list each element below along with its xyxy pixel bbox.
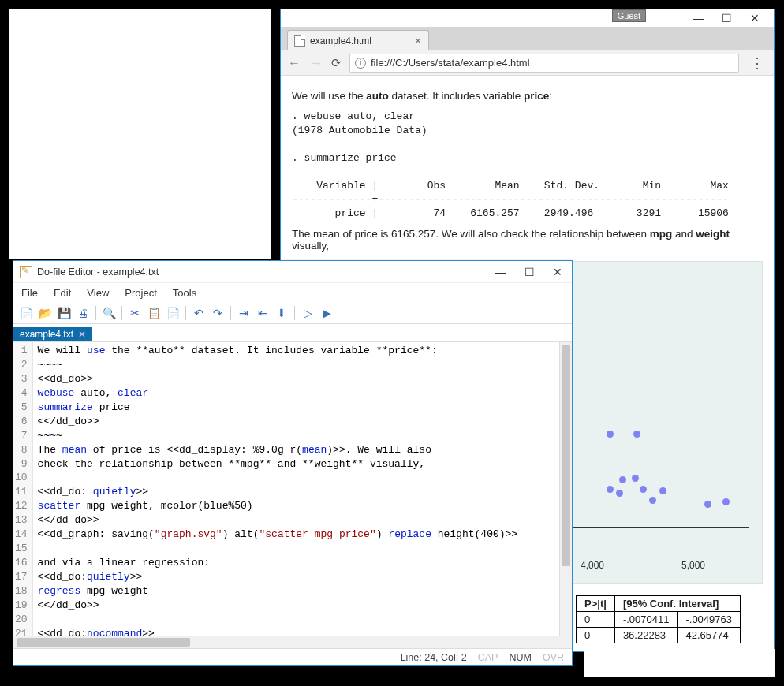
dofile-editor-window: Do-file Editor - example4.txt — ☐ ✕ File… [13, 260, 573, 666]
info-icon[interactable]: i [355, 58, 366, 69]
mean-paragraph: The mean of price is 6165.257. We will a… [292, 228, 763, 252]
status-linecol: Line: 24, Col: 2 [401, 652, 467, 663]
menu-project[interactable]: Project [125, 287, 156, 299]
blank-panel [9, 9, 271, 259]
url-text: file:///C:/Users/stata/example4.html [371, 57, 530, 69]
copy-icon[interactable]: 📋 [146, 305, 162, 321]
status-cap: CAP [478, 652, 498, 663]
find-icon[interactable]: 🔍 [101, 305, 117, 321]
dofile-close-button[interactable]: ✕ [550, 264, 566, 280]
intro-paragraph: We will use the auto dataset. It include… [292, 90, 763, 102]
minimize-button[interactable]: — [690, 10, 706, 26]
browser-titlebar: — ☐ ✕ [281, 9, 774, 27]
stata-output: . webuse auto, clear (1978 Automobile Da… [292, 110, 763, 220]
undo-icon[interactable]: ↶ [191, 305, 207, 321]
chart-point [704, 501, 711, 508]
dofile-tab-label: example4.txt [20, 329, 73, 340]
col-pt: P>|t| [577, 596, 615, 612]
chart-point [616, 490, 623, 497]
dofile-maximize-button[interactable]: ☐ [521, 264, 537, 280]
chart-point [607, 431, 614, 438]
status-num: NUM [509, 652, 531, 663]
status-ovr: OVR [543, 652, 564, 663]
browser-menu-button[interactable]: ⋮ [747, 54, 767, 72]
cut-icon[interactable]: ✂ [127, 305, 143, 321]
dofile-titlebar: Do-file Editor - example4.txt — ☐ ✕ [13, 261, 572, 283]
dofile-app-icon [20, 266, 32, 278]
menu-tools[interactable]: Tools [173, 287, 196, 299]
chart-point [722, 498, 730, 505]
chart-point [619, 476, 626, 483]
dofile-tab[interactable]: example4.txt ✕ [13, 327, 92, 341]
dofile-menubar: File Edit View Project Tools [13, 283, 572, 302]
back-button[interactable]: ← [287, 56, 301, 70]
chart-point [649, 497, 656, 504]
table-header-row: P>|t| [95% Conf. Interval] [577, 596, 741, 612]
horizontal-scrollbar[interactable] [13, 636, 572, 648]
reload-button[interactable]: ⟳ [331, 56, 342, 70]
code-area[interactable]: We will use the **auto** dataset. It inc… [33, 342, 572, 636]
vertical-scrollbar[interactable] [559, 342, 572, 636]
chart-point [633, 431, 640, 438]
xaxis-tick-5000: 5,000 [681, 560, 705, 571]
chart-point [640, 486, 647, 493]
col-ci: [95% Conf. Interval] [614, 596, 740, 612]
xaxis-tick-4000: 4,000 [581, 560, 604, 571]
line-gutter: 1 2 3 4 5 6 7 8 9 10 11 12 13 14 15 16 1… [13, 342, 33, 636]
blank-panel-br [584, 649, 775, 677]
code-editor[interactable]: 1 2 3 4 5 6 7 8 9 10 11 12 13 14 15 16 1… [13, 341, 572, 636]
save-icon[interactable]: 💾 [56, 305, 72, 321]
forward-button[interactable]: → [309, 56, 323, 70]
redo-icon[interactable]: ↷ [210, 305, 226, 321]
dofile-tabstrip: example4.txt ✕ [13, 324, 572, 341]
run-icon[interactable]: ▷ [300, 305, 315, 321]
bookmark-icon[interactable]: ⬇ [274, 305, 289, 321]
do-icon[interactable]: ▶ [319, 305, 334, 321]
print-icon[interactable]: 🖨 [75, 305, 91, 321]
maximize-button[interactable]: ☐ [719, 10, 734, 26]
guest-badge: Guest [612, 9, 646, 22]
unindent-icon[interactable]: ⇤ [255, 305, 271, 321]
scrollbar-thumb[interactable] [562, 345, 570, 566]
new-file-icon[interactable]: 📄 [18, 305, 34, 321]
menu-file[interactable]: File [21, 287, 38, 299]
url-input[interactable]: i file:///C:/Users/stata/example4.html [349, 54, 739, 73]
browser-tabstrip: example4.html ✕ [281, 27, 774, 50]
chart-point [659, 487, 666, 494]
dofile-title: Do-file Editor - example4.txt [37, 267, 159, 278]
close-button[interactable]: ✕ [747, 10, 763, 26]
chart-point [632, 475, 639, 482]
paste-icon[interactable]: 📄 [165, 305, 181, 321]
address-bar: ← → ⟳ i file:///C:/Users/stata/example4.… [281, 50, 774, 76]
browser-tab[interactable]: example4.html ✕ [287, 30, 429, 50]
menu-view[interactable]: View [87, 287, 109, 299]
indent-icon[interactable]: ⇥ [236, 305, 252, 321]
dofile-toolbar: 📄 📂 💾 🖨 🔍 ✂ 📋 📄 ↶ ↷ ⇥ ⇤ ⬇ ▷ ▶ [13, 302, 572, 324]
regression-table: P>|t| [95% Conf. Interval] 0 -.0070411 -… [576, 595, 741, 643]
tab-close-icon[interactable]: ✕ [414, 35, 422, 47]
dofile-tab-close-icon[interactable]: ✕ [78, 329, 86, 340]
dofile-statusbar: Line: 24, Col: 2 CAP NUM OVR [13, 648, 572, 665]
open-file-icon[interactable]: 📂 [37, 305, 53, 321]
menu-edit[interactable]: Edit [54, 287, 71, 299]
dofile-minimize-button[interactable]: — [493, 264, 509, 280]
table-row: 0 -.0070411 -.0049763 [577, 612, 741, 628]
table-row: 0 36.22283 42.65774 [577, 628, 741, 643]
file-icon [294, 35, 305, 47]
tab-title: example4.html [310, 35, 371, 47]
chart-point [607, 486, 614, 493]
scrollbar-thumb[interactable] [17, 638, 190, 647]
